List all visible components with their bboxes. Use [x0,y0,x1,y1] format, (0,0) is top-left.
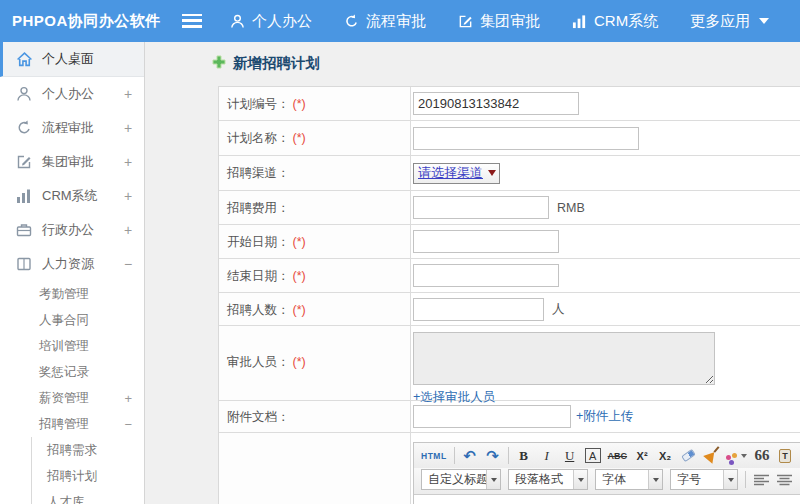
sidebar-item-personal-desktop[interactable]: 个人桌面 [0,42,144,77]
expand-toggle[interactable]: + [122,188,134,204]
clean-format-brush-icon[interactable] [703,447,719,464]
field-label: 招聘渠道： [227,166,290,180]
form-row-start-date: 开始日期：(*) [219,225,800,259]
form-row-attachment: 附件文档： +附件上传 [219,401,800,433]
edit-icon [16,154,33,171]
select-arrow-icon [486,470,500,489]
nav-personal-office[interactable]: 个人办公 [230,12,312,31]
channel-select[interactable]: 请选择渠道 [413,163,500,184]
remove-format-button[interactable]: A [585,448,601,463]
home-icon [16,51,33,68]
sidebar-item-admin-office[interactable]: 行政办公 + [0,213,144,247]
toolbar-separator [508,447,509,464]
paragraph-format-select[interactable]: 段落格式 [508,469,588,490]
expand-toggle[interactable]: + [124,391,132,406]
attachment-upload-link[interactable]: +附件上传 [576,408,633,425]
edit-icon [458,14,473,29]
font-size-select[interactable]: 字号 [670,469,738,490]
headcount-input[interactable] [413,298,544,321]
start-date-input[interactable] [413,230,559,253]
app-title: PHPOA协同办公软件 [0,12,182,31]
nav-label: 更多应用 [690,12,750,31]
expand-toggle[interactable]: + [122,120,134,136]
briefcase-icon [16,222,33,239]
sidebar-item-recruit-mgmt[interactable]: 招聘管理 − [0,411,144,437]
sidebar-item-hr-contracts[interactable]: 人事合同 [0,307,144,333]
italic-button[interactable]: I [539,447,555,464]
required-mark: (*) [293,131,306,145]
custom-heading-select[interactable]: 自定义标题 [421,469,501,490]
editor-content-area[interactable] [414,495,800,504]
sidebar-item-recruit-plan[interactable]: 招聘计划 [32,463,144,489]
sidebar-item-attendance-mgmt[interactable]: 考勤管理 [0,281,144,307]
expand-toggle[interactable]: + [122,222,134,238]
blockquote-button[interactable]: 66 [754,447,770,464]
required-mark: (*) [293,269,306,283]
nav-workflow-approval[interactable]: 流程审批 [344,12,426,31]
nav-crm-system[interactable]: CRM系统 [572,12,658,31]
eraser-icon[interactable] [680,447,696,464]
sidebar-item-crm-system[interactable]: CRM系统 + [0,179,144,213]
sidebar-item-reward-punishment[interactable]: 奖惩记录 [0,359,144,385]
subscript-button[interactable]: X₂ [657,447,673,464]
redo-icon[interactable]: ↷ [485,447,501,464]
sidebar-item-human-resources[interactable]: 人力资源 − [0,247,144,281]
html-source-button[interactable]: HTML [421,447,447,464]
expand-toggle[interactable]: + [122,154,134,170]
color-effects-icon[interactable] [726,447,747,464]
underline-button[interactable]: U [562,447,578,464]
sidebar-item-label: 薪资管理 [39,390,89,407]
sidebar-item-recruit-demand[interactable]: 招聘需求 [32,437,144,463]
required-mark: (*) [293,303,306,317]
book-icon [16,256,33,273]
page-title: 新增招聘计划 [212,54,320,73]
sidebar-item-salary-mgmt[interactable]: 薪资管理 + [0,385,144,411]
required-mark: (*) [293,235,306,249]
sidebar-item-workflow-approval[interactable]: 流程审批 + [0,111,144,145]
expand-toggle[interactable]: − [122,256,134,272]
sidebar-item-label: 行政办公 [42,221,122,239]
channel-select-value: 请选择渠道 [418,164,483,182]
expand-toggle[interactable]: + [122,86,134,102]
end-date-input[interactable] [413,264,559,287]
approvers-textarea[interactable] [413,332,715,385]
attachment-input[interactable] [413,405,571,428]
cost-input[interactable] [413,196,549,219]
plan-name-input[interactable] [413,127,639,150]
form-row-plan-number: 计划编号：(*) [219,87,800,121]
plan-number-input[interactable] [413,92,579,115]
required-mark: (*) [293,97,306,111]
field-label: 计划编号： [227,97,290,111]
nav-label: 流程审批 [366,12,426,31]
sidebar-item-label: 集团审批 [42,153,122,171]
nav-label: CRM系统 [594,12,658,31]
superscript-button[interactable]: X² [634,447,650,464]
strikethrough-button[interactable]: ABC [608,447,628,464]
field-label: 招聘费用： [227,201,290,215]
undo-icon[interactable]: ↶ [462,447,478,464]
field-label: 开始日期： [227,235,290,249]
select-arrow-icon [648,470,662,489]
bold-button[interactable]: B [516,447,532,464]
plus-icon [212,55,226,73]
paste-as-text-icon[interactable]: T [777,447,793,464]
font-family-select[interactable]: 字体 [595,469,663,490]
form-row-cost: 招聘费用： RMB [219,191,800,225]
sidebar-item-label: 流程审批 [42,119,122,137]
align-left-icon[interactable] [753,471,769,488]
nav-group-approval[interactable]: 集团审批 [458,12,540,31]
nav-more-apps[interactable]: 更多应用 [690,12,769,31]
sidebar-item-talent-pool[interactable]: 人才库 [32,489,144,504]
sidebar-item-label: CRM系统 [42,187,122,205]
editor-toolbar-row-2: 自定义标题 段落格式 字体 字号 [414,468,800,495]
workflow-icon [344,14,359,29]
align-center-icon[interactable] [776,471,792,488]
sidebar-item-training-mgmt[interactable]: 培训管理 [0,333,144,359]
form-row-channel: 招聘渠道： 请选择渠道 [219,156,800,191]
sidebar-item-label: 人力资源 [42,255,122,273]
sidebar-item-group-approval[interactable]: 集团审批 + [0,145,144,179]
expand-toggle[interactable]: − [124,417,132,432]
sidebar-item-personal-office[interactable]: 个人办公 + [0,77,144,111]
menu-toggle-icon[interactable] [182,14,202,28]
form-row-approvers: 审批人员：(*) +选择审批人员 [219,326,800,401]
